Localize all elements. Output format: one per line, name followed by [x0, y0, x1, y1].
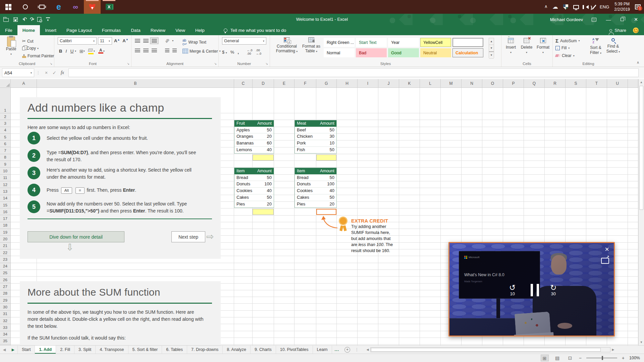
align-top-icon[interactable] — [135, 39, 140, 43]
video-overlay[interactable]: Microsoft What's New in C# 8.0 Mads Torg… — [448, 242, 615, 337]
styles-gallery-scrollbar[interactable]: ▲▼▼ — [489, 38, 494, 58]
underline-button[interactable]: U — [69, 49, 75, 54]
data-table-items-left[interactable]: ItemAmountBread50Donuts100Cookies40Cakes… — [234, 168, 274, 207]
column-header-L[interactable]: L — [420, 79, 441, 87]
zoom-in-button[interactable]: + — [622, 355, 625, 361]
row-header-19[interactable]: 19 — [0, 229, 10, 236]
format-painter-button[interactable]: Format Painter — [22, 54, 54, 58]
row-header-16[interactable]: 16 — [0, 208, 10, 215]
close-button[interactable]: × — [633, 16, 639, 23]
column-header-R[interactable]: R — [545, 79, 566, 87]
tabs-scroll-right-icon[interactable]: ▶ — [9, 346, 17, 354]
cut-button[interactable]: ✂Cut — [22, 39, 34, 44]
notification-center-icon[interactable]: 1 — [635, 4, 641, 9]
cell-style-right-green-[interactable]: Right Green ... — [324, 38, 355, 47]
cell-style-calculation[interactable]: Calculation — [452, 48, 483, 57]
enter-entry-icon[interactable]: ✓ — [50, 70, 58, 75]
row-header-9[interactable]: 9 — [0, 161, 10, 168]
new-sheet-button[interactable]: + — [344, 347, 350, 353]
data-table-meat[interactable]: MeatAmountBeef50Chicken30Pork10Fish50 — [294, 120, 337, 153]
sheet-tab-learn[interactable]: Learn — [313, 346, 332, 354]
tabs-scroll-left-icon[interactable]: ◀ — [0, 346, 9, 354]
autosum-button[interactable]: ΣAutoSum▾ — [555, 38, 580, 44]
row-header-8[interactable]: 8 — [0, 154, 10, 161]
column-header-E[interactable]: E — [274, 79, 294, 87]
borders-icon[interactable]: ⊞ — [79, 49, 84, 54]
ribbon-tab-help[interactable]: Help — [190, 25, 210, 35]
cell-style-blank[interactable] — [452, 38, 483, 47]
decrease-font-icon[interactable]: A▼ — [122, 38, 128, 43]
row-header-13[interactable]: 13 — [0, 188, 10, 195]
zoom-percentage[interactable]: 100% — [629, 356, 640, 360]
ribbon-tab-data[interactable]: Data — [126, 25, 146, 35]
row-header-33[interactable]: 33 — [0, 324, 10, 331]
horizontal-scrollbar[interactable]: ◀ ▶ — [365, 346, 616, 354]
row-header-20[interactable]: 20 — [0, 236, 10, 242]
defender-shield-icon[interactable]: ✓ — [563, 4, 568, 10]
currency-format-icon[interactable]: $ ▾ — [222, 50, 227, 55]
excel-taskbar-button[interactable]: X — [101, 0, 117, 14]
row-header-28[interactable]: 28 — [0, 290, 10, 297]
column-header-M[interactable]: M — [441, 79, 462, 87]
sheet-tab-6-tables[interactable]: 6. Tables — [162, 346, 187, 354]
align-bottom-icon[interactable] — [152, 39, 157, 43]
sheet-tab-3-split[interactable]: 3. Split — [74, 346, 96, 354]
tabs-overflow-dots[interactable]: ... — [332, 346, 342, 354]
cell-style-year[interactable]: Year — [388, 38, 419, 47]
row-header-30[interactable]: 30 — [0, 304, 10, 310]
formula-input[interactable] — [68, 68, 639, 77]
forward-30-button[interactable]: ↻30 — [550, 284, 556, 296]
ribbon-tab-formulas[interactable]: Formulas — [97, 25, 126, 35]
decrease-decimal-icon[interactable]: .00→.0 — [256, 49, 262, 55]
row-header-15[interactable]: 15 — [0, 202, 10, 208]
scroll-left-icon[interactable]: ◀ — [365, 348, 370, 351]
align-center-icon[interactable] — [143, 49, 149, 52]
comma-format-icon[interactable]: , — [237, 50, 239, 55]
font-size-combo[interactable]: 11▾ — [98, 37, 112, 45]
increase-indent-icon[interactable] — [172, 49, 177, 52]
tell-me-box[interactable]: Tell me what you want to do — [224, 25, 286, 35]
column-header-S[interactable]: S — [566, 79, 586, 87]
scroll-up-icon[interactable]: ▲ — [639, 79, 644, 85]
fox-app-button[interactable] — [84, 0, 101, 14]
sheet-tab-4-transpose[interactable]: 4. Transpose — [96, 346, 128, 354]
name-box[interactable]: A54▾ — [2, 68, 34, 77]
row-header-32[interactable]: 32 — [0, 317, 10, 324]
data-table-items-right[interactable]: ItemAmountBread50Donuts100Cookies40Cakes… — [294, 168, 337, 207]
format-cells-button[interactable]: Format▾ — [535, 37, 551, 54]
bold-button[interactable]: B — [58, 49, 63, 54]
ribbon-tab-review[interactable]: Review — [146, 25, 170, 35]
insert-function-icon[interactable]: fx — [58, 70, 66, 75]
sheet-tab-8-analyze[interactable]: 8. Analyze — [223, 346, 251, 354]
align-middle-icon[interactable] — [143, 39, 149, 43]
column-header-partial[interactable] — [628, 79, 638, 87]
ribbon-tab-file[interactable]: File — [0, 25, 17, 35]
row-header-5[interactable]: 5 — [0, 134, 10, 140]
column-header-P[interactable]: P — [503, 79, 524, 87]
column-header-H[interactable]: H — [337, 79, 358, 87]
format-as-table-button[interactable]: Format asTable ▾ — [300, 37, 322, 54]
task-view-button[interactable] — [34, 0, 50, 14]
merge-center-button[interactable]: Merge & Center▾ — [182, 49, 221, 54]
column-header-N[interactable]: N — [462, 79, 482, 87]
column-header-A[interactable]: A — [11, 79, 37, 87]
cell-style-normal[interactable]: Normal — [324, 48, 355, 57]
row-header-26[interactable]: 26 — [0, 277, 10, 283]
yellow-sum-cell[interactable] — [253, 209, 274, 215]
row-header-3[interactable]: 3 — [0, 120, 10, 127]
row-header-6[interactable]: 6 — [0, 140, 10, 147]
row-header-23[interactable]: 23 — [0, 256, 10, 263]
row-header-22[interactable]: 22 — [0, 249, 10, 256]
sheet-tab-5-sort-filter[interactable]: 5. Sort & filter — [128, 346, 162, 354]
paste-button[interactable]: Paste▾ — [1, 37, 21, 56]
zoom-slider[interactable] — [586, 358, 617, 358]
pause-button[interactable] — [531, 284, 539, 296]
speaker-icon[interactable] — [584, 5, 589, 9]
row-header-12[interactable]: 12 — [0, 181, 10, 188]
onedrive-cloud-icon[interactable]: ☁ — [552, 3, 558, 10]
number-format-combo[interactable]: General▾ — [222, 37, 266, 45]
column-headers[interactable]: ABCDEFGHIJKLMNOPQRSTU — [11, 79, 638, 88]
align-right-icon[interactable] — [152, 49, 157, 52]
scroll-down-icon[interactable]: ▼ — [639, 339, 644, 345]
clock[interactable]: 5:39 PM2/2/2019 — [614, 2, 630, 12]
